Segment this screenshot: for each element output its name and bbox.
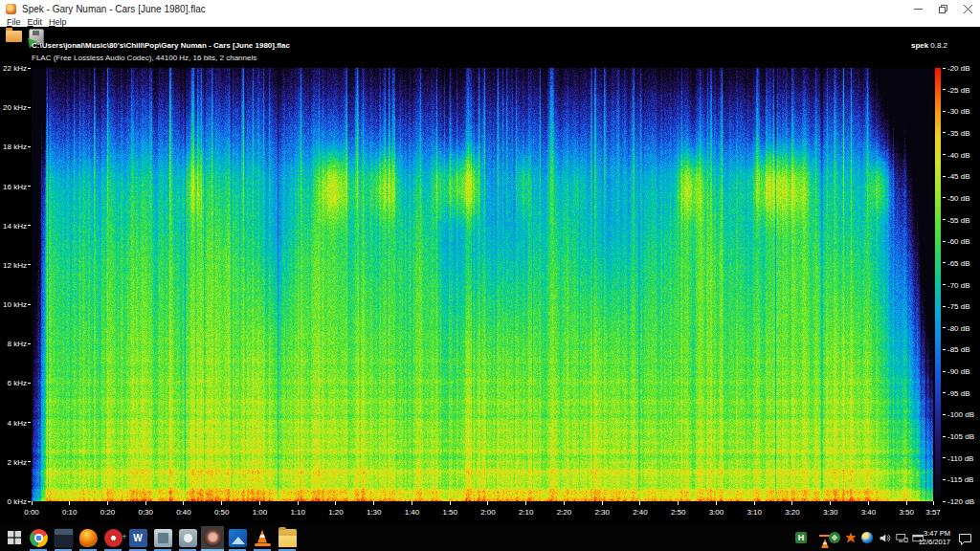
freq-axis-tick	[28, 422, 31, 423]
freq-axis-tick	[28, 343, 31, 344]
time-axis-tick	[259, 501, 260, 505]
time-axis-label: 1:50	[435, 508, 464, 517]
db-axis-tick	[943, 154, 946, 155]
client-area: C:\Users\jonal\Music\80's\Chill\Pop\Gary…	[0, 27, 980, 524]
freq-axis-tick	[28, 225, 31, 226]
db-axis-tick	[943, 457, 946, 458]
tray-blue-sphere-icon	[861, 532, 873, 543]
blue-app-icon	[229, 529, 247, 547]
start-button[interactable]	[4, 528, 25, 547]
open-folder-button[interactable]	[6, 31, 22, 42]
tray-blue-sphere-icon[interactable]	[860, 531, 874, 544]
tray-green-h-icon[interactable]: H	[794, 531, 808, 544]
spek-taskbar-icon	[204, 529, 222, 547]
time-axis-label: 3:50	[892, 508, 921, 517]
time-axis-label: 1:10	[283, 508, 312, 517]
version-name: spek	[911, 41, 928, 50]
title-bar: Spek - Gary Numan - Cars [June 1980].fla…	[0, 0, 980, 17]
minimize-button[interactable]	[905, 0, 930, 17]
db-axis-tick	[943, 436, 946, 437]
time-axis-label: 1:00	[245, 508, 274, 517]
red-app-icon	[104, 529, 122, 547]
time-axis-tick	[754, 501, 755, 505]
taskbar: W H 3:47 PM 12/6/2017	[0, 524, 980, 551]
freq-axis-label: 0 kHz	[0, 497, 27, 506]
db-axis-tick	[943, 371, 946, 372]
time-axis-label: 2:30	[588, 508, 616, 517]
db-axis-label: -40 dB	[947, 151, 970, 160]
spek-taskbar-icon[interactable]	[201, 526, 224, 549]
freq-axis-label: 22 kHz	[0, 64, 27, 73]
taskbar-clock[interactable]: 3:47 PM 12/6/2017	[912, 529, 950, 546]
menu-help[interactable]: Help	[49, 17, 67, 27]
db-axis-tick	[943, 327, 946, 328]
gray-app-icon[interactable]	[151, 526, 174, 549]
freq-axis-tick	[28, 264, 31, 265]
word-icon[interactable]: W	[126, 526, 149, 549]
file-explorer-icon	[278, 529, 297, 547]
db-axis-label: -85 dB	[947, 345, 970, 354]
tray-green-circle-icon[interactable]	[828, 531, 841, 544]
orange-app-icon[interactable]	[77, 526, 100, 549]
red-app-icon[interactable]	[101, 526, 124, 549]
time-axis-label: 2:50	[664, 508, 693, 517]
menu-bar: FileEditHelp	[0, 17, 980, 27]
action-center-button[interactable]	[958, 532, 972, 549]
freq-axis-label: 4 kHz	[0, 419, 27, 428]
restore-button[interactable]	[930, 0, 955, 17]
time-axis-label: 0:50	[208, 508, 236, 517]
tray-green-circle-icon	[829, 532, 840, 543]
db-axis-label: -75 dB	[947, 302, 970, 311]
time-axis-label: 0:00	[17, 508, 46, 517]
db-axis-label: -115 dB	[947, 475, 973, 484]
blue-app-icon[interactable]	[226, 526, 249, 549]
time-axis-label: 3:20	[778, 508, 807, 517]
clock-date: 12/6/2017	[912, 538, 950, 546]
photos-app-icon	[179, 529, 197, 547]
db-axis-tick	[943, 284, 946, 285]
freq-axis-label: 12 kHz	[0, 261, 27, 270]
db-axis-tick	[943, 68, 946, 69]
freq-axis-label: 10 kHz	[0, 300, 27, 309]
word-icon: W	[129, 529, 147, 547]
tray-green-h-icon: H	[795, 532, 807, 543]
time-axis-label: 0:30	[131, 508, 160, 517]
db-axis-label: -110 dB	[947, 454, 973, 463]
freq-axis-tick	[28, 383, 31, 384]
volume-icon[interactable]	[878, 531, 891, 544]
tray-orange-burst-icon	[846, 533, 857, 543]
chrome-icon[interactable]	[27, 526, 50, 549]
db-axis-label: -50 dB	[947, 194, 970, 203]
db-axis-label: -70 dB	[947, 281, 970, 290]
db-axis-label: -45 dB	[947, 172, 970, 181]
network-icon[interactable]	[895, 531, 908, 544]
db-axis-tick	[943, 392, 946, 393]
time-axis-tick	[183, 501, 184, 505]
spectrogram-canvas	[32, 68, 933, 501]
time-axis-tick	[450, 501, 451, 505]
freq-axis-tick	[28, 107, 31, 108]
vlc-icon[interactable]	[251, 526, 274, 549]
time-axis-tick	[335, 501, 336, 505]
photos-app-icon[interactable]	[176, 526, 199, 549]
close-button[interactable]	[955, 0, 980, 17]
menu-file[interactable]: File	[7, 17, 21, 27]
window-controls	[905, 0, 980, 17]
file-explorer-icon[interactable]	[276, 526, 299, 549]
time-axis-tick	[298, 501, 299, 505]
menu-edit[interactable]: Edit	[28, 17, 43, 27]
time-axis-label: 1:40	[397, 508, 426, 517]
time-axis-label: 3:40	[854, 508, 882, 517]
time-axis-tick	[602, 501, 603, 505]
tray-orange-burst-icon[interactable]	[844, 531, 858, 544]
db-axis-tick	[943, 132, 946, 133]
gray-app-icon	[154, 529, 172, 547]
console-icon[interactable]	[52, 526, 75, 549]
tray-vlc-icon[interactable]	[812, 531, 825, 544]
file-path: C:\Users\jonal\Music\80's\Chill\Pop\Gary…	[32, 41, 290, 50]
time-axis-tick	[868, 501, 869, 505]
db-axis-label: -55 dB	[947, 216, 970, 225]
time-axis-tick	[716, 501, 717, 505]
freq-axis-label: 6 kHz	[0, 379, 27, 387]
time-axis-label: 0:10	[56, 508, 84, 517]
